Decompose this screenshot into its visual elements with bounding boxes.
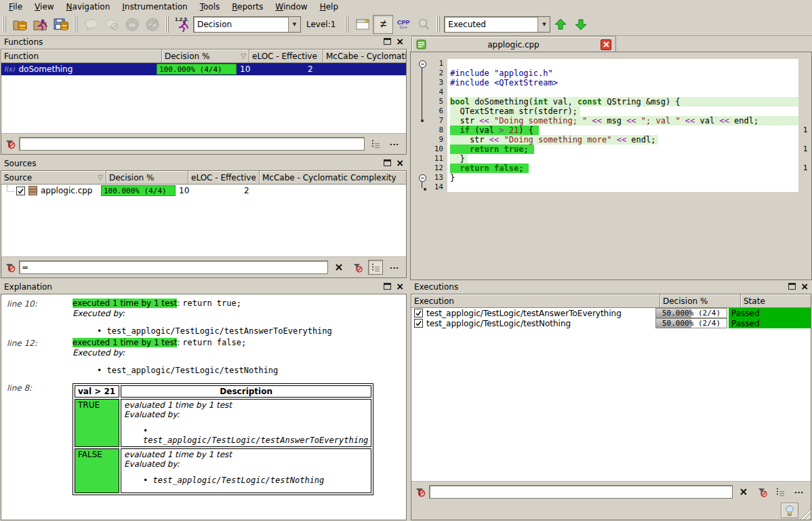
menu-item-instrumentation[interactable]: Instrumentation <box>116 1 193 12</box>
toolbar-grip[interactable] <box>165 16 170 33</box>
menu-item-file[interactable]: File <box>3 1 28 12</box>
checkbox-checked[interactable] <box>414 319 423 328</box>
float-panel-button[interactable] <box>788 283 796 290</box>
code-line-13[interactable]: 13} <box>416 173 812 182</box>
column-header: State <box>744 296 765 306</box>
code-line-4[interactable]: 4 <box>416 88 812 97</box>
toolbar-grip[interactable] <box>345 16 350 33</box>
toolbar-grip[interactable] <box>74 16 79 33</box>
new-window-button[interactable] <box>352 15 373 34</box>
condition-table: val > 21 Description TRUE evaluated 1 ti… <box>73 383 373 495</box>
panel-title: Executions <box>414 282 458 292</box>
code-line-12[interactable]: 12 return false;1 <box>416 163 812 173</box>
search-icon <box>417 18 430 31</box>
filter-disabled-icon <box>5 138 16 149</box>
checkbox-checked[interactable] <box>16 187 25 195</box>
filter-list-button[interactable] <box>368 260 383 275</box>
clear-filter-button[interactable] <box>331 260 346 275</box>
close-panel-button[interactable]: × <box>396 283 404 290</box>
code-line-14[interactable]: 14 <box>416 182 812 192</box>
source-row[interactable]: applogic.cpp 100.000% (4/4) 10 2 <box>1 185 406 197</box>
cpp-icon: CPP C++ <box>397 20 410 29</box>
code-line-8[interactable]: 8 if (val > 21) {1 <box>416 126 812 135</box>
code-line-9[interactable]: 9 str << "Doing something more" << endl; <box>416 135 812 144</box>
tab-applogic-cpp[interactable]: applogic.cpp <box>411 36 616 52</box>
next-execution-button[interactable] <box>571 15 591 34</box>
function-row[interactable]: f(x)doSomething 100.000% (4/4) 10 2 <box>1 63 406 75</box>
filter-list-button[interactable] <box>773 484 788 499</box>
hint-button[interactable] <box>781 503 798 518</box>
executions-header: Execution Decision % State <box>411 294 811 308</box>
code-line-3[interactable]: 3#include <QTextStream> <box>416 78 812 88</box>
previous-execution-button[interactable] <box>550 15 571 34</box>
close-panel-button[interactable]: × <box>800 283 809 290</box>
remove-filter-button[interactable] <box>754 484 769 499</box>
comment-bubble-icon <box>84 18 99 31</box>
column-header: Decision % <box>109 173 154 182</box>
filter-input[interactable] <box>429 485 733 499</box>
filter-more-button[interactable]: ... <box>386 260 403 274</box>
menu-item-view[interactable]: View <box>28 1 60 12</box>
sources-filter-bar: ... <box>1 256 406 277</box>
panel-title: Functions <box>4 37 43 47</box>
menu-item-reports[interactable]: Reports <box>226 1 269 12</box>
code-area[interactable]: 12#include "applogic.h"3#include <QTextS… <box>410 52 812 280</box>
compare-executions-button[interactable]: ≠ <box>373 15 393 34</box>
folder-runner-icon <box>33 17 49 32</box>
coverage-mode-select[interactable]: Decision ▼ <box>193 16 301 33</box>
filter-list-button[interactable] <box>368 136 383 151</box>
test-name: test_applogic/TestLogic/testNothing <box>97 366 278 376</box>
toolbar-grip[interactable] <box>437 16 441 33</box>
close-panel-button[interactable]: × <box>396 38 404 45</box>
clear-filter-button[interactable] <box>736 484 751 499</box>
description-header: Description <box>121 385 371 398</box>
explanation-entry: line 10: executed 1 time by 1 test: retu… <box>1 298 406 337</box>
menu-item-navigation[interactable]: Navigation <box>60 1 117 12</box>
functions-filter-bar: ... <box>1 133 406 154</box>
float-panel-button[interactable] <box>384 38 391 45</box>
execution-row[interactable]: test_applogic/TestLogic/testAnswerToEver… <box>411 308 811 318</box>
chevron-down-icon: ▼ <box>537 17 550 32</box>
remove-filter-button[interactable] <box>350 260 365 275</box>
toolbar-grip[interactable] <box>3 16 7 33</box>
filter-more-button[interactable]: ... <box>386 137 403 151</box>
code-snippet: return true; <box>182 298 241 308</box>
code-line-11[interactable]: 11 } <box>416 154 812 163</box>
open-coverage-database-button[interactable] <box>10 15 31 34</box>
menu-item-help[interactable]: Help <box>314 1 344 12</box>
explanation-condition: line 8: val > 21 Description TRUE evalua… <box>1 383 406 495</box>
code-line-6[interactable]: 6 QTextStream str(stderr); <box>416 107 812 116</box>
checkbox-checked[interactable] <box>414 309 423 317</box>
ok-badge-icon: ok <box>125 17 140 32</box>
filter-more-button[interactable]: ... <box>791 485 807 499</box>
execution-count-button[interactable]: 1.2.3. <box>173 15 193 34</box>
float-panel-button[interactable] <box>384 159 391 166</box>
close-tab-button[interactable] <box>601 39 611 50</box>
execution-state-select[interactable]: Executed ▼ <box>444 16 550 33</box>
line-label: line 12: <box>1 338 73 377</box>
code-line-7[interactable]: 7 str << "Doing something; " << msg << "… <box>416 116 812 126</box>
save-database-button[interactable] <box>51 15 71 34</box>
execution-count <box>798 173 812 182</box>
float-panel-button[interactable] <box>384 283 391 290</box>
resize-grip[interactable] <box>799 508 811 520</box>
code-line-1[interactable]: 1 <box>416 59 812 69</box>
source-file-icon <box>28 186 37 195</box>
code-line-2[interactable]: 2#include "applogic.h" <box>416 69 812 78</box>
open-execution-report-button[interactable] <box>31 15 51 34</box>
column-header: Source <box>4 173 32 182</box>
filter-input[interactable] <box>19 260 328 274</box>
menu-item-window[interactable]: Window <box>269 1 313 12</box>
close-panel-button[interactable]: × <box>396 159 404 166</box>
code-line-10[interactable]: 10 return true;1 <box>416 144 812 154</box>
filter-input[interactable] <box>19 137 365 151</box>
execution-row[interactable]: test_applogic/TestLogic/testNothing 50.0… <box>411 318 811 328</box>
list-icon <box>775 487 785 497</box>
cpp-options-button[interactable]: CPP C++ <box>393 15 413 34</box>
panel-title: Sources <box>4 159 36 168</box>
code-line-5[interactable]: 5bool doSomething(int val, const QString… <box>416 97 812 107</box>
function-icon: f(x) <box>4 66 14 73</box>
menu-item-tools[interactable]: Tools <box>194 1 226 12</box>
tab-title: applogic.cpp <box>426 40 601 50</box>
lightbulb-icon <box>785 505 794 517</box>
